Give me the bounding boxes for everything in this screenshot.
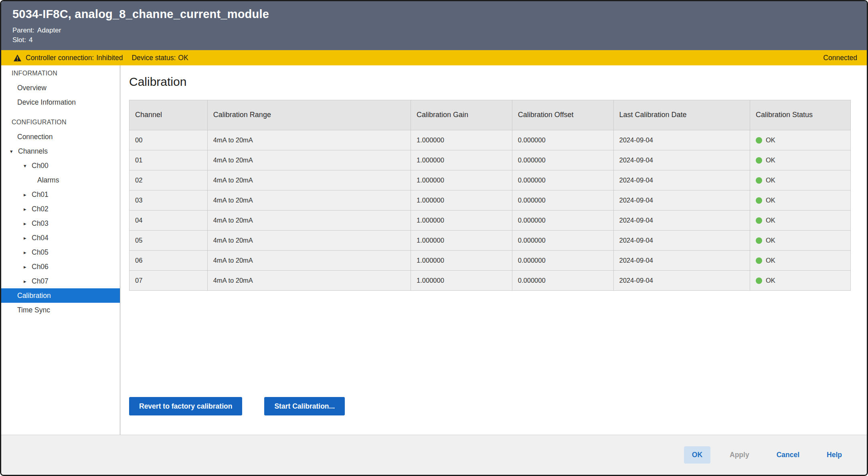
column-header-offset: Calibration Offset — [512, 100, 613, 130]
cell-gain: 1.000000 — [411, 251, 512, 271]
cell-date: 2024-09-04 — [613, 231, 750, 251]
sidebar-item-ch07[interactable]: ▸ Ch07 — [1, 274, 120, 288]
sidebar-item-label: Overview — [17, 84, 47, 92]
cell-channel: 07 — [129, 271, 208, 291]
chevron-right-icon[interactable]: ▸ — [24, 264, 32, 270]
content-area: INFORMATION Overview Device Information … — [1, 65, 867, 435]
status-text: OK — [766, 277, 775, 284]
sidebar-item-channels[interactable]: ▾ Channels — [1, 144, 120, 158]
chevron-right-icon[interactable]: ▸ — [24, 235, 32, 241]
sidebar-section-configuration: CONFIGURATION — [1, 115, 120, 130]
chevron-right-icon[interactable]: ▸ — [24, 221, 32, 227]
cell-gain: 1.000000 — [411, 231, 512, 251]
cell-offset: 0.000000 — [512, 251, 613, 271]
chevron-right-icon[interactable]: ▸ — [24, 249, 32, 255]
cell-offset: 0.000000 — [512, 170, 613, 190]
sidebar-item-label: Device Information — [17, 98, 76, 107]
sidebar-item-device-information[interactable]: Device Information — [1, 95, 120, 109]
status-ok-icon — [756, 277, 762, 284]
sidebar-item-ch05[interactable]: ▸ Ch05 — [1, 245, 120, 259]
cell-offset: 0.000000 — [512, 190, 613, 211]
sidebar-item-label: Ch04 — [32, 234, 49, 242]
cell-status: OK — [750, 251, 850, 271]
sidebar-item-alarms[interactable]: Alarms — [1, 173, 120, 187]
cell-status: OK — [750, 231, 850, 251]
parent-label: Parent: — [12, 26, 34, 34]
slot-info: Slot:4 — [12, 35, 856, 45]
ok-button[interactable]: OK — [684, 446, 710, 464]
status-banner: Controller connection: Inhibited Device … — [1, 50, 867, 65]
cell-status: OK — [750, 211, 850, 231]
cell-offset: 0.000000 — [512, 130, 613, 150]
sidebar-item-ch00[interactable]: ▾ Ch00 — [1, 158, 120, 173]
cell-channel: 01 — [129, 150, 208, 170]
chevron-right-icon[interactable]: ▸ — [24, 278, 32, 284]
table-row: 00 4mA to 20mA 1.000000 0.000000 2024-09… — [129, 130, 851, 150]
cell-status: OK — [750, 190, 850, 211]
sidebar-item-label: Ch01 — [32, 190, 49, 199]
sidebar-item-ch01[interactable]: ▸ Ch01 — [1, 187, 120, 202]
sidebar-section-information: INFORMATION — [1, 66, 120, 81]
cell-gain: 1.000000 — [411, 170, 512, 190]
table-row: 05 4mA to 20mA 1.000000 0.000000 2024-09… — [129, 231, 851, 251]
help-button[interactable]: Help — [819, 446, 850, 464]
status-text: OK — [766, 196, 775, 204]
status-text: OK — [766, 156, 775, 164]
sidebar-item-label: Channels — [18, 147, 48, 156]
cell-range: 4mA to 20mA — [207, 130, 411, 150]
action-button-row: Revert to factory calibration Start Cali… — [129, 397, 851, 415]
sidebar-item-ch06[interactable]: ▸ Ch06 — [1, 259, 120, 274]
apply-button[interactable]: Apply — [722, 446, 757, 464]
chevron-down-icon[interactable]: ▾ — [24, 163, 32, 169]
cell-date: 2024-09-04 — [613, 211, 750, 231]
start-calibration-button[interactable]: Start Calibration... — [264, 397, 345, 415]
sidebar-item-ch04[interactable]: ▸ Ch04 — [1, 231, 120, 245]
cell-channel: 06 — [129, 251, 208, 271]
sidebar-item-label: Calibration — [17, 292, 51, 300]
cell-range: 4mA to 20mA — [207, 271, 411, 291]
status-ok-icon — [756, 257, 762, 264]
slot-value: 4 — [29, 36, 32, 44]
table-row: 01 4mA to 20mA 1.000000 0.000000 2024-09… — [129, 150, 851, 170]
main-panel: Calibration Channel Calibration Range Ca… — [120, 65, 867, 435]
calibration-table: Channel Calibration Range Calibration Ga… — [129, 100, 851, 291]
device-status-value: OK — [178, 54, 188, 62]
column-header-status: Calibration Status — [750, 100, 850, 130]
sidebar-item-label: Ch07 — [32, 277, 49, 286]
cell-status: OK — [750, 130, 850, 150]
cell-channel: 02 — [129, 170, 208, 190]
cell-channel: 03 — [129, 190, 208, 211]
cell-range: 4mA to 20mA — [207, 211, 411, 231]
status-ok-icon — [756, 177, 762, 184]
device-profile-window: 5034-IF8C, analog_8_channe_current_modul… — [0, 0, 868, 476]
revert-factory-calibration-button[interactable]: Revert to factory calibration — [129, 397, 242, 415]
cancel-button[interactable]: Cancel — [769, 446, 807, 464]
cell-date: 2024-09-04 — [613, 190, 750, 211]
column-header-gain: Calibration Gain — [411, 100, 512, 130]
sidebar-item-connection[interactable]: Connection — [1, 130, 120, 144]
status-text: OK — [766, 176, 775, 184]
sidebar-item-label: Time Sync — [17, 306, 50, 314]
sidebar-item-calibration[interactable]: Calibration — [1, 288, 120, 303]
chevron-right-icon[interactable]: ▸ — [24, 206, 32, 212]
sidebar-item-overview[interactable]: Overview — [1, 81, 120, 95]
device-title: 5034-IF8C, analog_8_channe_current_modul… — [12, 8, 856, 21]
cell-range: 4mA to 20mA — [207, 231, 411, 251]
controller-connection-value: Inhibited — [96, 54, 123, 62]
status-ok-icon — [756, 197, 762, 204]
sidebar-item-ch03[interactable]: ▸ Ch03 — [1, 216, 120, 231]
sidebar-item-time-sync[interactable]: Time Sync — [1, 303, 120, 317]
sidebar-item-label: Ch02 — [32, 205, 49, 213]
controller-connection-label: Controller connection: — [26, 54, 94, 62]
status-ok-icon — [756, 237, 762, 244]
cell-date: 2024-09-04 — [613, 150, 750, 170]
sidebar-item-label: Ch05 — [32, 248, 49, 257]
cell-offset: 0.000000 — [512, 271, 613, 291]
cell-date: 2024-09-04 — [613, 170, 750, 190]
chevron-down-icon[interactable]: ▾ — [10, 148, 18, 154]
sidebar-item-label: Ch00 — [32, 162, 49, 170]
status-text: OK — [766, 136, 775, 144]
chevron-right-icon[interactable]: ▸ — [24, 192, 32, 198]
sidebar-item-ch02[interactable]: ▸ Ch02 — [1, 202, 120, 216]
cell-range: 4mA to 20mA — [207, 150, 411, 170]
